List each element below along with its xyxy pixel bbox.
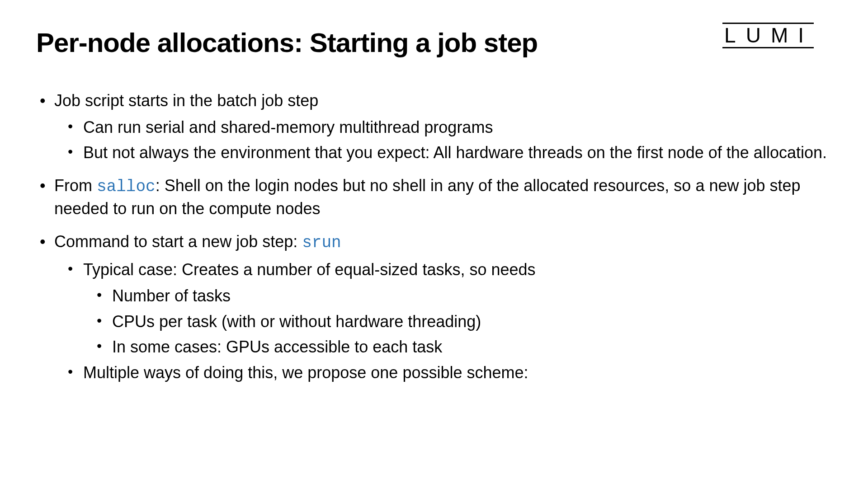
bullet-text: Multiple ways of doing this, we propose … xyxy=(83,363,528,382)
bullet-text: But not always the environment that you … xyxy=(83,143,827,162)
slide-title: Per-node allocations: Starting a job ste… xyxy=(36,27,538,58)
bullet-text: Number of tasks xyxy=(112,286,231,305)
sub-sub-bullet-item: In some cases: GPUs accessible to each t… xyxy=(91,336,832,358)
logo-text: LUMI xyxy=(722,23,814,48)
sub-sub-bullet-list: Number of tasks CPUs per task (with or w… xyxy=(83,285,832,358)
sub-bullet-list: Typical case: Creates a number of equal-… xyxy=(54,259,832,384)
bullet-item-2: From salloc: Shell on the login nodes bu… xyxy=(36,175,832,220)
slide-header: Per-node allocations: Starting a job ste… xyxy=(36,27,832,58)
bullet-item-1: Job script starts in the batch job step … xyxy=(36,90,832,164)
bullet-list: Job script starts in the batch job step … xyxy=(36,90,832,384)
sub-bullet-item: But not always the environment that you … xyxy=(62,142,832,164)
bullet-text-pre: From xyxy=(54,176,97,195)
sub-sub-bullet-item: Number of tasks xyxy=(91,285,832,307)
code-salloc: salloc xyxy=(97,178,156,196)
bullet-text-pre: Command to start a new job step: xyxy=(54,232,302,251)
bullet-text: In some cases: GPUs accessible to each t… xyxy=(112,338,442,356)
sub-sub-bullet-item: CPUs per task (with or without hardware … xyxy=(91,311,832,333)
sub-bullet-item: Can run serial and shared-memory multith… xyxy=(62,117,832,139)
slide: Per-node allocations: Starting a job ste… xyxy=(0,0,868,488)
sub-bullet-item: Multiple ways of doing this, we propose … xyxy=(62,362,832,384)
sub-bullet-item: Typical case: Creates a number of equal-… xyxy=(62,259,832,358)
bullet-text: Job script starts in the batch job step xyxy=(54,91,318,110)
logo: LUMI xyxy=(722,23,814,48)
bullet-text-post: : Shell on the login nodes but no shell … xyxy=(54,176,801,218)
slide-content: Job script starts in the batch job step … xyxy=(36,90,832,384)
sub-bullet-list: Can run serial and shared-memory multith… xyxy=(54,117,832,164)
bullet-text: CPUs per task (with or without hardware … xyxy=(112,312,481,331)
bullet-text: Can run serial and shared-memory multith… xyxy=(83,118,493,136)
code-srun: srun xyxy=(302,234,341,252)
bullet-text: Typical case: Creates a number of equal-… xyxy=(83,260,536,279)
bullet-item-3: Command to start a new job step: srun Ty… xyxy=(36,231,832,384)
